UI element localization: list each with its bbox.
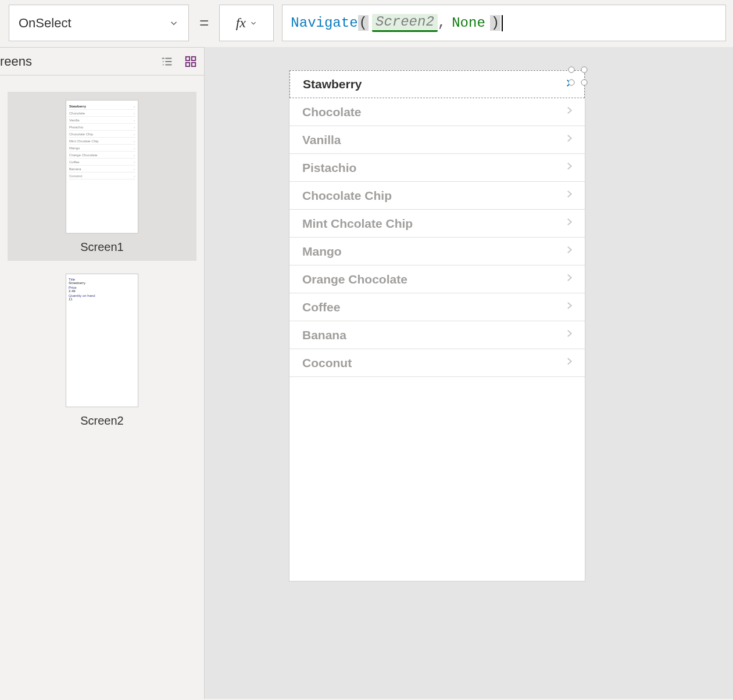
svg-rect-2 — [186, 56, 189, 60]
chevron-right-icon[interactable] — [564, 216, 574, 231]
property-value: OnSelect — [19, 16, 71, 31]
gallery-item[interactable]: Mango — [289, 238, 585, 265]
chevron-right-icon[interactable] — [563, 77, 574, 92]
gallery-item[interactable]: Orange Chocolate — [289, 265, 585, 293]
gallery-item[interactable]: Banana — [289, 321, 585, 349]
gallery-item-title: Mint Chcolate Chip — [302, 217, 413, 231]
text-cursor — [502, 15, 503, 31]
chevron-down-icon — [249, 19, 258, 27]
chevron-right-icon[interactable] — [564, 327, 574, 343]
screens-header: reens — [0, 48, 204, 76]
gallery-item-title: Vanilla — [302, 133, 341, 147]
chevron-right-icon[interactable] — [564, 271, 574, 287]
gallery-item[interactable]: Vanilla — [289, 126, 585, 154]
thumbnail-area: Stawberry›Chocolate›Vanilla›Pistachio›Ch… — [0, 76, 204, 428]
formula-function: Navigate — [291, 15, 357, 31]
gallery-item[interactable]: Pistachio — [289, 154, 585, 182]
thumbnail-screen2[interactable]: TitleStrawberryPrice2.49Quantity on hand… — [8, 274, 196, 428]
fx-label: fx — [236, 15, 246, 31]
formula-arg-screen: Screen2 — [372, 14, 438, 32]
gallery-item-title: Chocolate Chip — [302, 189, 392, 203]
fx-button[interactable]: fx — [219, 5, 274, 41]
thumbnail-label: Screen2 — [80, 414, 124, 428]
property-dropdown[interactable]: OnSelect — [9, 5, 189, 41]
gallery[interactable]: StawberryChocolateVanillaPistachioChocol… — [289, 70, 585, 377]
svg-rect-3 — [192, 56, 195, 60]
device-canvas[interactable]: StawberryChocolateVanillaPistachioChocol… — [289, 70, 585, 581]
chevron-right-icon[interactable] — [564, 299, 574, 315]
thumbnail-preview: TitleStrawberryPrice2.49Quantity on hand… — [66, 274, 138, 407]
list-view-icon[interactable] — [161, 55, 174, 68]
gallery-item-title: Coconut — [302, 356, 352, 370]
gallery-item-title: Coffee — [302, 300, 340, 314]
gallery-item-title: Banana — [302, 328, 346, 342]
gallery-item[interactable]: Chocolate Chip — [289, 182, 585, 210]
formula-arg-transition: None — [452, 15, 485, 31]
svg-point-1 — [163, 64, 164, 65]
equals-label: = — [197, 14, 211, 33]
svg-point-0 — [163, 61, 164, 62]
chevron-right-icon[interactable] — [564, 243, 574, 259]
screens-title: reens — [0, 54, 32, 69]
comma: , — [438, 15, 446, 31]
svg-point-6 — [568, 67, 574, 73]
gallery-item-title: Mango — [302, 245, 342, 259]
chevron-right-icon[interactable] — [564, 188, 574, 203]
gallery-item-title: Chocolate — [302, 105, 362, 119]
svg-rect-4 — [186, 62, 189, 66]
grid-view-icon[interactable] — [184, 55, 197, 68]
thumbnail-preview: Stawberry›Chocolate›Vanilla›Pistachio›Ch… — [66, 100, 138, 234]
gallery-item-title: Pistachio — [302, 161, 356, 175]
screens-panel: reens Stawberry›Chocolate›Vanilla›Pistac… — [0, 47, 205, 699]
svg-point-9 — [581, 80, 587, 85]
thumbnail-screen1[interactable]: Stawberry›Chocolate›Vanilla›Pistachio›Ch… — [8, 92, 196, 261]
gallery-item-title: Orange Chocolate — [302, 272, 407, 286]
chevron-right-icon[interactable] — [564, 132, 574, 148]
thumbnail-label: Screen1 — [80, 240, 124, 254]
gallery-item[interactable]: Chocolate — [289, 98, 585, 126]
chevron-right-icon[interactable] — [564, 160, 574, 175]
chevron-right-icon[interactable] — [564, 355, 574, 371]
formula-input[interactable]: Navigate ( Screen2 , None ) — [282, 5, 726, 41]
paren-open: ( — [358, 15, 369, 31]
gallery-item[interactable]: Coffee — [289, 293, 585, 321]
paren-close: ) — [490, 15, 500, 31]
chevron-down-icon — [169, 18, 179, 28]
canvas-area: StawberryChocolateVanillaPistachioChocol… — [205, 47, 733, 699]
svg-point-7 — [581, 67, 587, 73]
gallery-item[interactable]: Mint Chcolate Chip — [289, 210, 585, 238]
chevron-right-icon[interactable] — [564, 104, 574, 120]
svg-rect-5 — [192, 62, 195, 66]
formula-bar: OnSelect = fx Navigate ( Screen2 , None … — [0, 0, 733, 47]
gallery-item[interactable]: Coconut — [289, 349, 585, 377]
gallery-item[interactable]: Stawberry — [289, 70, 585, 98]
gallery-item-title: Stawberry — [303, 77, 362, 91]
